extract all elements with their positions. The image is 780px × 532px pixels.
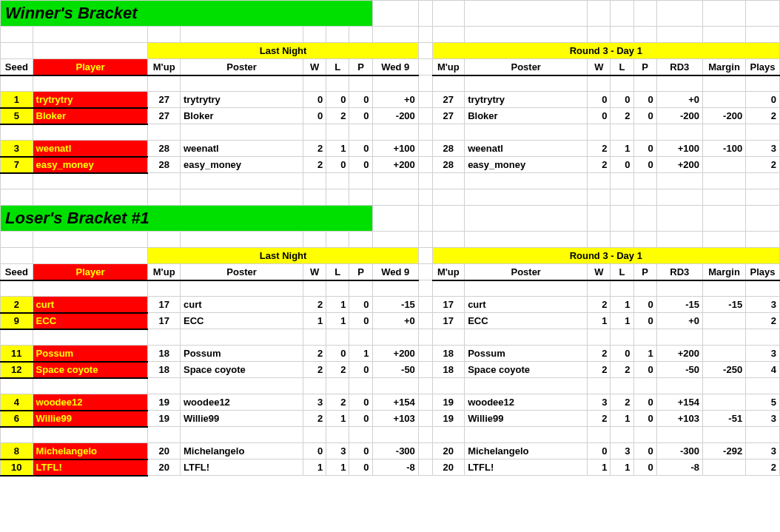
margin-cell	[703, 313, 746, 329]
rd-cell: +100	[656, 141, 702, 157]
l-cell: 2	[326, 362, 349, 378]
col-rd: RD3	[656, 59, 702, 75]
poster-cell: Bloker	[180, 108, 303, 124]
poster-cell-2: Possum	[465, 346, 588, 362]
plays-cell: 3	[746, 297, 780, 313]
w-cell: 0	[303, 443, 326, 459]
plays-cell: 2	[746, 313, 780, 329]
poster-cell-2: easy_money	[465, 157, 588, 173]
col-mup: M'up	[148, 59, 181, 75]
rd-cell: +200	[656, 157, 702, 173]
bracket-title: Winner's Bracket	[1, 1, 373, 27]
table-row: 8Michelangelo20Michelangelo030-30020Mich…	[1, 443, 780, 459]
poster-cell: woodee12	[180, 394, 303, 411]
poster-cell: ECC	[180, 313, 303, 329]
w-cell-2: 1	[588, 459, 611, 476]
mup-cell-2: 20	[432, 443, 465, 459]
poster-cell: Space coyote	[180, 362, 303, 378]
margin-cell	[703, 459, 746, 476]
p-cell: 0	[349, 313, 372, 329]
mup-cell: 17	[148, 297, 181, 313]
l-cell-2: 1	[611, 459, 633, 476]
col-margin: Margin	[703, 59, 746, 75]
rd-cell: +0	[656, 313, 702, 329]
seed-cell: 1	[1, 92, 33, 108]
mup-cell-2: 17	[432, 313, 465, 329]
l-cell: 2	[326, 394, 349, 411]
w-cell: 3	[303, 394, 326, 411]
mup-cell: 17	[148, 313, 181, 329]
col-l: L	[326, 59, 349, 75]
mup-cell-2: 28	[432, 141, 465, 157]
l-cell-2: 2	[611, 108, 633, 124]
plays-cell: 2	[746, 459, 780, 476]
rd-cell: +0	[656, 92, 702, 108]
l-cell: 0	[326, 92, 349, 108]
seed-cell: 3	[1, 141, 33, 157]
table-row: 4woodee1219woodee12320+15419woodee12320+…	[1, 394, 780, 411]
l-cell-2: 1	[611, 411, 633, 427]
p-cell: 0	[349, 141, 372, 157]
l-cell-2: 3	[611, 443, 633, 459]
margin-cell: -100	[703, 141, 746, 157]
poster-cell-2: Bloker	[465, 108, 588, 124]
col-poster-2: Poster	[465, 59, 588, 75]
player-cell: curt	[33, 297, 148, 313]
plays-cell: 4	[746, 362, 780, 378]
section-header-round: Round 3 - Day 1	[432, 248, 779, 264]
col-mup-2: M'up	[432, 264, 465, 280]
margin-cell: -15	[703, 297, 746, 313]
w-cell: 2	[303, 157, 326, 173]
poster-cell: trytrytry	[180, 92, 303, 108]
l-cell-2: 2	[611, 394, 633, 411]
table-row: 10LTFL!20LTFL!110-820LTFL!110-82	[1, 459, 780, 476]
w-cell: 2	[303, 346, 326, 362]
poster-cell: Willie99	[180, 411, 303, 427]
poster-cell-2: LTFL!	[465, 459, 588, 476]
w-cell: 0	[303, 92, 326, 108]
col-p: P	[349, 59, 372, 75]
w-cell: 2	[303, 297, 326, 313]
w-cell-2: 0	[588, 443, 611, 459]
p-cell-2: 0	[633, 141, 656, 157]
poster-cell-2: Willie99	[465, 411, 588, 427]
l-cell-2: 2	[611, 362, 633, 378]
margin-cell: -51	[703, 411, 746, 427]
rd-cell: +200	[656, 346, 702, 362]
col-poster-2: Poster	[465, 264, 588, 280]
w-cell-2: 2	[588, 346, 611, 362]
plays-cell: 3	[746, 141, 780, 157]
seed-cell: 8	[1, 443, 33, 459]
bracket-table: Winner's BracketLast NightRound 3 - Day …	[0, 0, 780, 477]
score-cell: +103	[372, 411, 418, 427]
section-header-last-night: Last Night	[148, 248, 418, 264]
mup-cell: 20	[148, 443, 181, 459]
seed-cell: 9	[1, 313, 33, 329]
w-cell-2: 2	[588, 362, 611, 378]
p-cell: 0	[349, 411, 372, 427]
mup-cell: 27	[148, 92, 181, 108]
plays-cell: 3	[746, 411, 780, 427]
table-row: 12Space coyote18Space coyote220-5018Spac…	[1, 362, 780, 378]
margin-cell: -250	[703, 362, 746, 378]
seed-cell: 7	[1, 157, 33, 173]
seed-cell: 5	[1, 108, 33, 124]
player-cell: Space coyote	[33, 362, 148, 378]
player-cell: weenatl	[33, 141, 148, 157]
w-cell-2: 2	[588, 141, 611, 157]
mup-cell: 19	[148, 394, 181, 411]
w-cell: 1	[303, 313, 326, 329]
l-cell-2: 0	[611, 92, 633, 108]
l-cell: 1	[326, 141, 349, 157]
p-cell: 0	[349, 157, 372, 173]
l-cell: 3	[326, 443, 349, 459]
mup-cell: 20	[148, 459, 181, 476]
p-cell-2: 0	[633, 92, 656, 108]
col-w-2: W	[588, 264, 611, 280]
seed-cell: 11	[1, 346, 33, 362]
score-cell: +200	[372, 346, 418, 362]
l-cell: 1	[326, 411, 349, 427]
col-plays: Plays	[746, 264, 780, 280]
l-cell: 1	[326, 297, 349, 313]
l-cell: 0	[326, 346, 349, 362]
